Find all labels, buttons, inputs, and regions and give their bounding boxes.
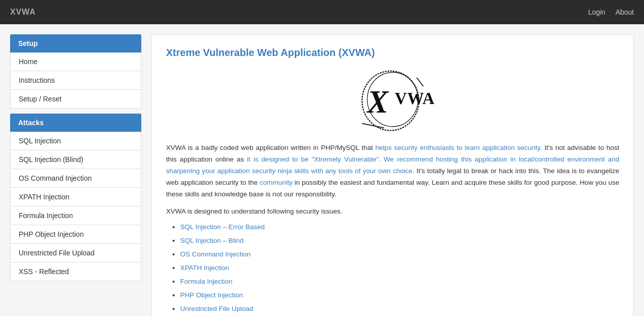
issue-link-7[interactable]: Unrestricted File Upload — [180, 305, 253, 312]
list-item: SQL Injection – Error Based — [180, 220, 619, 234]
navbar-links: Login About — [588, 8, 634, 16]
svg-text:X: X — [366, 84, 389, 119]
list-item: XPATH Injection — [180, 261, 619, 275]
list-item: Unrestricted File Upload — [180, 302, 619, 315]
issue-link-6[interactable]: PHP Object Injection — [180, 291, 243, 299]
sidebar-item-home[interactable]: Home — [10, 52, 141, 71]
list-item: SQL Injection – Blind — [180, 234, 619, 247]
sidebar-item-unrestricted-file-upload[interactable]: Unrestricted File Upload — [10, 244, 141, 262]
sidebar-attacks-group: Attacks SQL Injection SQL Injection (Bli… — [10, 114, 141, 281]
xvwa-logo: X VWA — [347, 67, 438, 132]
list-item: Formula Injection — [180, 275, 619, 288]
issue-link-2[interactable]: SQL Injection – Blind — [180, 237, 244, 244]
issue-link-5[interactable]: Formula Injection — [180, 278, 233, 285]
sidebar-item-php-object-injection[interactable]: PHP Object Injection — [10, 225, 141, 244]
sidebar-item-setup-reset[interactable]: Setup / Reset — [10, 90, 141, 109]
designed-text: XVWA is designed to understand following… — [166, 207, 619, 215]
logo-container: X VWA — [166, 67, 619, 132]
issue-link-1[interactable]: SQL Injection – Error Based — [180, 223, 265, 231]
svg-text:VWA: VWA — [395, 89, 435, 108]
sidebar-setup-header: Setup — [10, 34, 141, 52]
sidebar: Setup Home Instructions Setup / Reset At… — [10, 34, 141, 316]
main-content: Xtreme Vulnerable Web Application (XVWA)… — [151, 34, 634, 316]
description-paragraph: XVWA is a badly coded web application wr… — [166, 142, 619, 200]
about-link[interactable]: About — [615, 8, 634, 16]
issue-link-4[interactable]: XPATH Injection — [180, 264, 229, 272]
sidebar-attacks-header: Attacks — [10, 114, 141, 132]
sidebar-setup-group: Setup Home Instructions Setup / Reset — [10, 34, 141, 109]
sidebar-item-os-command-injection[interactable]: OS Command Injection — [10, 169, 141, 188]
desc-start: XVWA is a badly coded web application wr… — [166, 144, 375, 151]
list-item: OS Command Injection — [180, 247, 619, 261]
navbar: XVWA Login About — [0, 0, 644, 24]
sidebar-item-formula-injection[interactable]: Formula Injection — [10, 206, 141, 225]
login-link[interactable]: Login — [588, 8, 605, 16]
sidebar-item-sql-injection-blind[interactable]: SQL Injection (Blind) — [10, 150, 141, 169]
issue-link-3[interactable]: OS Command Injection — [180, 250, 251, 258]
page-title: Xtreme Vulnerable Web Application (XVWA) — [166, 47, 619, 59]
desc-highlight-3: community — [259, 179, 292, 186]
sidebar-item-instructions[interactable]: Instructions — [10, 71, 141, 90]
navbar-brand: XVWA — [10, 8, 36, 17]
sidebar-item-xpath-injection[interactable]: XPATH Injection — [10, 188, 141, 206]
sidebar-item-sql-injection[interactable]: SQL Injection — [10, 132, 141, 150]
security-issues-list: SQL Injection – Error Based SQL Injectio… — [180, 220, 619, 316]
main-container: Setup Home Instructions Setup / Reset At… — [0, 34, 644, 316]
sidebar-item-xss-reflected[interactable]: XSS - Reflected — [10, 262, 141, 281]
list-item: PHP Object Injection — [180, 288, 619, 302]
svg-line-5 — [417, 78, 423, 86]
desc-highlight-1: helps security enthusiasts to learn appl… — [375, 144, 542, 151]
